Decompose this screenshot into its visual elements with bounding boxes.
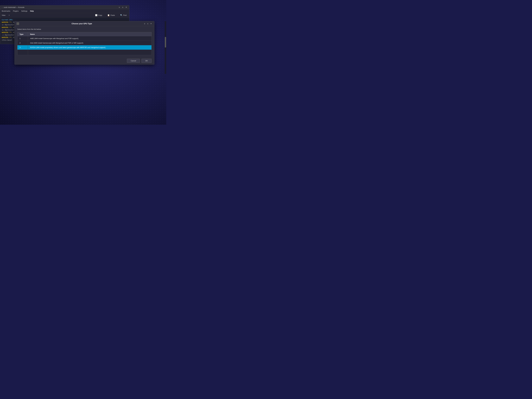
view-chevron-icon: ∨ [9, 14, 10, 16]
find-icon: 🔍 [120, 14, 122, 16]
warning-label-3: WARNING **: [2, 32, 12, 33]
minimize-button[interactable]: ∨ [118, 6, 120, 8]
dialog-icon [17, 22, 19, 25]
row-2-name: Intel (Will install Gamescope with Mango… [28, 41, 152, 45]
menu-item-bookmarks[interactable]: Bookmarks [2, 10, 10, 12]
row-3-name: NVIDIA (Will install proprietary drivers… [28, 45, 152, 50]
gpu-label: Current GPU: [2, 19, 13, 21]
table-row-empty[interactable] [17, 50, 152, 55]
gpu-type-dialog: Choose your GPU Type ∨ ∧ ✕ Select items … [14, 21, 154, 64]
warning-label-1: WARNING **: [2, 21, 12, 23]
close-button[interactable]: ✕ [125, 6, 128, 8]
dialog-maximize-button[interactable]: ∧ [147, 23, 149, 25]
menu-item-help[interactable]: Help [30, 10, 34, 12]
copy-button[interactable]: ⬜ Copy [94, 14, 103, 17]
dialog-close-button[interactable]: ✕ [150, 23, 152, 25]
dialog-window-controls: ∨ ∧ ✕ [143, 23, 152, 25]
paste-label: Paste [110, 14, 115, 16]
table-row-selected[interactable]: 3 NVIDIA (Will install proprietary drive… [17, 45, 152, 50]
warning-label-4: WARNING **: [2, 37, 12, 38]
table-row[interactable]: 1 AMD (Will install Gamescope with Mango… [17, 36, 152, 41]
dialog-minimize-button[interactable]: ∨ [143, 23, 146, 25]
col-header-type: Type [17, 32, 28, 36]
ok-button[interactable]: OK [141, 59, 152, 63]
konsole-title: - : sudo holoinstall — Konsole [2, 6, 24, 8]
view-label[interactable]: View [2, 14, 5, 16]
col-header-name: Name [28, 32, 152, 36]
deprecated-text-3: .s deprecated [2, 34, 14, 36]
scrollbar-thumb[interactable] [165, 37, 166, 48]
deprecated-text-2: is deprecated [2, 29, 14, 31]
dialog-titlebar: Choose your GPU Type ∨ ∧ ✕ [15, 21, 154, 26]
terminal-line-1: Current GPU: [2, 19, 128, 21]
row-3-type: 3 [17, 45, 28, 50]
ithin-bevel-text: ithin-bevel [2, 39, 12, 41]
row-2-type: 2 [17, 41, 28, 45]
cancel-button[interactable]: Cancel [127, 59, 140, 63]
gpu-table: Type Name 1 AMD (Will install Gamescope … [17, 32, 152, 55]
scrollbar-track[interactable] [165, 21, 166, 74]
menu-item-plugins[interactable]: Plugins [13, 10, 19, 12]
warning-label-2: WARNING **: [2, 26, 12, 28]
empty-name [28, 50, 152, 55]
empty-type [17, 50, 28, 55]
konsole-toolbar: View ∨ ⬜ Copy 📋 Paste 🔍 Find [0, 13, 129, 18]
konsole-menubar: Bookmarks Plugins Settings Help [0, 9, 129, 13]
paste-button[interactable]: 📋 Paste [106, 14, 116, 17]
dialog-content: Select items from the list below. Type N… [15, 26, 154, 57]
maximize-button[interactable]: ∧ [121, 6, 124, 8]
dialog-instruction: Select items from the list below. [17, 28, 152, 30]
find-button[interactable]: 🔍 Find [119, 14, 128, 17]
copy-label: Copy [98, 14, 102, 16]
konsole-window-controls: ∨ ∧ ✕ [118, 6, 128, 8]
row-1-type: 1 [17, 36, 28, 41]
find-label: Find [123, 14, 127, 16]
dialog-footer: Cancel OK [15, 57, 154, 64]
dialog-title: Choose your GPU Type [20, 23, 143, 25]
row-1-name: AMD (Will install Gamescope with Mangohu… [28, 36, 152, 41]
table-header-row: Type Name [17, 32, 152, 36]
table-row[interactable]: 2 Intel (Will install Gamescope with Man… [17, 41, 152, 45]
paste-icon: 📋 [108, 14, 110, 16]
copy-icon: ⬜ [95, 14, 97, 16]
deprecated-text-1: is deprecated [2, 24, 14, 26]
konsole-titlebar: - : sudo holoinstall — Konsole ∨ ∧ ✕ [0, 5, 129, 9]
menu-item-settings[interactable]: Settings [21, 10, 27, 12]
